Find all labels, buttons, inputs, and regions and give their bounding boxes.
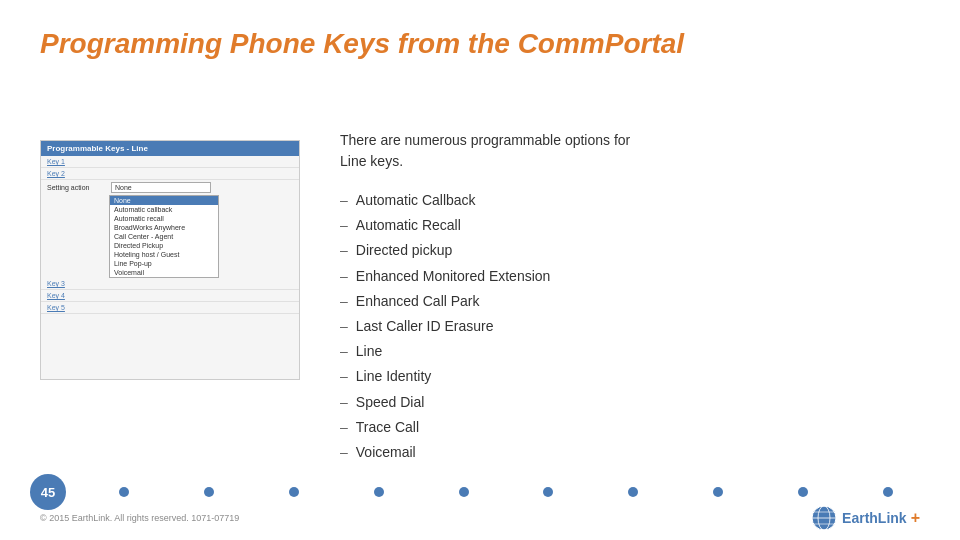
item-text: Line <box>356 339 382 364</box>
list-item: –Line Identity <box>340 364 930 389</box>
list-item: –Last Caller ID Erasure <box>340 314 930 339</box>
key4-label[interactable]: Key 4 <box>47 292 87 299</box>
dot-3 <box>289 487 299 497</box>
dot-10 <box>883 487 893 497</box>
dropdown-item-directedpickup[interactable]: Directed Pickup <box>110 241 218 250</box>
list-item: –Enhanced Call Park <box>340 289 930 314</box>
key5-label[interactable]: Key 5 <box>47 304 87 311</box>
dropdown-item-voicemail[interactable]: Voicemail <box>110 268 218 277</box>
dash-icon: – <box>340 188 348 213</box>
setting-row: Setting action None <box>41 180 299 195</box>
dropdown-item-hoteling[interactable]: Hoteling host / Guest <box>110 250 218 259</box>
dot-5 <box>459 487 469 497</box>
dot-line <box>82 487 960 497</box>
dash-icon: – <box>340 289 348 314</box>
description: There are numerous programmable options … <box>340 130 930 172</box>
item-text: Automatic Recall <box>356 213 461 238</box>
dropdown-item-autocallback[interactable]: Automatic callback <box>110 205 218 214</box>
dropdown-item-linepopup[interactable]: Line Pop-up <box>110 259 218 268</box>
slide: Programming Phone Keys from the CommPort… <box>0 0 960 540</box>
dash-icon: – <box>340 238 348 263</box>
description-line2: Line keys. <box>340 153 403 169</box>
dropdown-item-none[interactable]: None <box>110 196 218 205</box>
dropdown-list: None Automatic callback Automatic recall… <box>109 195 219 278</box>
setting-dropdown[interactable]: None <box>111 182 211 193</box>
dropdown-item-autorecall[interactable]: Automatic recall <box>110 214 218 223</box>
copyright-text: © 2015 EarthLink. All rights reserved. 1… <box>40 513 239 523</box>
key3-label[interactable]: Key 3 <box>47 280 87 287</box>
dash-icon: – <box>340 440 348 465</box>
earthlink-globe-icon <box>810 504 838 532</box>
dash-icon: – <box>340 364 348 389</box>
dot-4 <box>374 487 384 497</box>
dash-icon: – <box>340 415 348 440</box>
list-item: –Automatic Recall <box>340 213 930 238</box>
key3-row: Key 3 <box>41 278 299 290</box>
dash-icon: – <box>340 390 348 415</box>
item-text: Enhanced Monitored Extension <box>356 264 551 289</box>
footer: © 2015 EarthLink. All rights reserved. 1… <box>40 504 920 532</box>
setting-action-label: Setting action <box>47 184 107 191</box>
list-item: –Line <box>340 339 930 364</box>
description-line1: There are numerous programmable options … <box>340 132 630 148</box>
key4-row: Key 4 <box>41 290 299 302</box>
dash-icon: – <box>340 314 348 339</box>
commportal-panel: Programmable Keys - Line Key 1 Key 2 Set… <box>40 140 300 380</box>
dropdown-item-callcenter[interactable]: Call Center - Agent <box>110 232 218 241</box>
panel-header: Programmable Keys - Line <box>41 141 299 156</box>
item-text: Last Caller ID Erasure <box>356 314 494 339</box>
list-item: –Trace Call <box>340 415 930 440</box>
earthlink-plus-icon: + <box>911 509 920 527</box>
key1-label[interactable]: Key 1 <box>47 158 87 165</box>
dropdown-item-broadworks[interactable]: BroadWorks Anywhere <box>110 223 218 232</box>
earthlink-logo: EarthLink + <box>810 504 920 532</box>
item-text: Directed pickup <box>356 238 453 263</box>
slide-title: Programming Phone Keys from the CommPort… <box>40 28 684 60</box>
dash-icon: – <box>340 264 348 289</box>
features-list: –Automatic Callback –Automatic Recall –D… <box>340 188 930 465</box>
dot-8 <box>713 487 723 497</box>
key2-row: Key 2 <box>41 168 299 180</box>
dot-7 <box>628 487 638 497</box>
item-text: Voicemail <box>356 440 416 465</box>
key2-label[interactable]: Key 2 <box>47 170 87 177</box>
list-item: –Voicemail <box>340 440 930 465</box>
item-text: Trace Call <box>356 415 419 440</box>
list-item: –Enhanced Monitored Extension <box>340 264 930 289</box>
item-text: Enhanced Call Park <box>356 289 480 314</box>
earthlink-brand-name: EarthLink <box>842 510 907 526</box>
dot-6 <box>543 487 553 497</box>
dash-icon: – <box>340 213 348 238</box>
key5-row: Key 5 <box>41 302 299 314</box>
dot-2 <box>204 487 214 497</box>
dot-1 <box>119 487 129 497</box>
dash-icon: – <box>340 339 348 364</box>
item-text: Automatic Callback <box>356 188 476 213</box>
list-item: –Speed Dial <box>340 390 930 415</box>
item-text: Line Identity <box>356 364 432 389</box>
item-text: Speed Dial <box>356 390 425 415</box>
list-item: –Automatic Callback <box>340 188 930 213</box>
dot-9 <box>798 487 808 497</box>
list-item: –Directed pickup <box>340 238 930 263</box>
key1-row: Key 1 <box>41 156 299 168</box>
right-content: There are numerous programmable options … <box>340 130 930 465</box>
